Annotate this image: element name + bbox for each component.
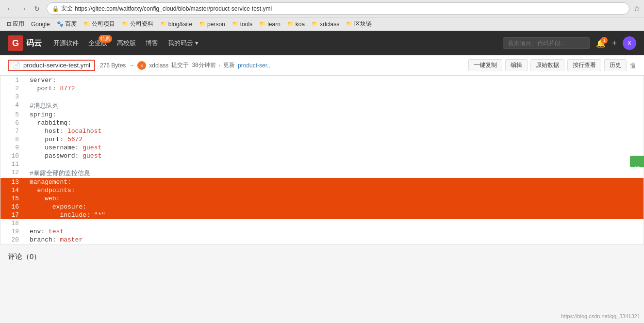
line-number: 19	[0, 227, 25, 236]
feedback-button[interactable]: 反馈	[630, 156, 644, 167]
bookmarks-bar: ⊞ 应用 Google 🐾 百度 📁 公司项目 📁 公司资料 📁 blog&si…	[0, 17, 644, 31]
line-code: port: 5672	[25, 135, 644, 144]
bookmark-company-docs[interactable]: 📁 公司资料	[119, 19, 156, 29]
bookmark-koa-label: koa	[296, 21, 305, 28]
line-number: 10	[0, 152, 25, 160]
folder-icon: 📁	[122, 21, 129, 27]
folder-icon: 📁	[259, 21, 266, 27]
code-viewer: 1server:2 port: 877234#消息队列5spring:6 rab…	[0, 76, 644, 244]
table-row: 17 include: "*"	[0, 211, 644, 219]
raw-button[interactable]: 原始数据	[530, 59, 564, 71]
reload-button[interactable]: ↻	[31, 3, 43, 15]
table-row: 14 endpoints:	[0, 186, 644, 194]
line-number: 5	[0, 111, 25, 119]
folder-icon: 📁	[287, 21, 294, 27]
bookmark-blog-site[interactable]: 📁 blog&site	[157, 20, 195, 29]
line-number: 6	[0, 119, 25, 127]
secure-label: 安全	[61, 4, 73, 13]
chevron-down-icon: ▾	[195, 39, 198, 47]
table-row: 2 port: 8772	[0, 84, 644, 93]
blame-button[interactable]: 按行查看	[567, 59, 601, 71]
bookmark-xdclass[interactable]: 📁 xdclass	[309, 20, 342, 29]
enterprise-badge: 特惠	[99, 35, 112, 43]
forward-button[interactable]: →	[17, 3, 29, 15]
notification-badge: 1	[601, 37, 608, 44]
line-code: rabbitmq:	[25, 119, 644, 127]
nav-university[interactable]: 高校版	[117, 39, 136, 48]
bookmark-koa[interactable]: 📁 koa	[284, 20, 308, 29]
nav-blog[interactable]: 博客	[146, 39, 158, 48]
bookmark-company-proj-label: 公司项目	[92, 20, 115, 28]
nav-open-source[interactable]: 开源软件	[53, 39, 79, 48]
bookmark-person[interactable]: 📁 person	[196, 20, 228, 29]
line-code	[25, 93, 644, 101]
line-code: web:	[25, 194, 644, 203]
folder-icon: 📁	[83, 21, 90, 27]
table-row: 7 host: localhost	[0, 127, 644, 135]
secure-icon: 🔒	[52, 5, 59, 12]
line-number: 20	[0, 236, 25, 244]
bookmark-star-icon[interactable]: ☆	[633, 4, 640, 13]
line-number: 9	[0, 144, 25, 152]
nav-my-gitee[interactable]: 我的码云 ▾	[168, 39, 198, 48]
table-row: 12#暴露全部的监控信息	[0, 168, 644, 178]
line-code: host: localhost	[25, 127, 644, 135]
committer-name[interactable]: xdclass	[149, 62, 168, 69]
file-doc-icon: 📄	[13, 62, 20, 69]
back-button[interactable]: ←	[4, 3, 16, 15]
table-row: 20branch: master	[0, 236, 644, 244]
copy-button[interactable]: 一键复制	[468, 59, 502, 71]
line-code: branch: master	[25, 236, 644, 244]
logo[interactable]: G 码云	[8, 35, 42, 51]
search-input[interactable]	[503, 37, 590, 49]
line-number: 17	[0, 211, 25, 219]
folder-icon: 📁	[346, 21, 353, 27]
file-actions: 一键复制 编辑 原始数据 按行查看 历史 🗑	[468, 59, 636, 71]
bookmark-tools[interactable]: 📁 tools	[229, 20, 255, 29]
history-button[interactable]: 历史	[604, 59, 627, 71]
folder-icon: 📁	[232, 21, 239, 27]
commit-message[interactable]: product-ser...	[238, 62, 272, 69]
bookmark-learn[interactable]: 📁 learn	[256, 20, 283, 29]
table-row: 18	[0, 219, 644, 227]
url-bar[interactable]: 🔒 安全 https://gitee.com/waitforxy/config_…	[47, 2, 629, 15]
line-number: 8	[0, 135, 25, 144]
line-number: 13	[0, 178, 25, 186]
bookmark-xdclass-label: xdclass	[320, 21, 339, 28]
bookmark-person-label: person	[207, 21, 225, 28]
dot-separator: ·	[219, 62, 220, 69]
bookmark-blockchain[interactable]: 📁 区块链	[343, 19, 375, 29]
table-row: 5spring:	[0, 111, 644, 119]
bookmark-blockchain-label: 区块链	[354, 20, 372, 28]
bookmark-company-proj[interactable]: 📁 公司项目	[81, 19, 118, 29]
bookmark-learn-label: learn	[267, 21, 281, 28]
line-number: 14	[0, 186, 25, 194]
line-code: password: guest	[25, 152, 644, 160]
bookmark-google[interactable]: Google	[28, 20, 53, 29]
table-row: 6 rabbitmq:	[0, 119, 644, 127]
folder-icon: 📁	[199, 21, 206, 27]
commit-verb: 提交于	[171, 61, 189, 69]
bookmark-apps[interactable]: ⊞ 应用	[4, 19, 27, 29]
table-row: 13management:	[0, 178, 644, 186]
bookmark-baidu[interactable]: 🐾 百度	[54, 19, 80, 29]
file-name-box: 📄 product-service-test.yml	[8, 60, 95, 71]
create-button[interactable]: +	[611, 38, 617, 48]
line-number: 4	[0, 101, 25, 111]
commit-time: 38分钟前	[192, 61, 215, 69]
table-row: 15 web:	[0, 194, 644, 203]
line-number: 12	[0, 168, 25, 178]
edit-button[interactable]: 编辑	[505, 59, 528, 71]
update-label: 更新	[223, 61, 235, 69]
table-row: 16 exposure:	[0, 203, 644, 211]
folder-icon: 📁	[160, 21, 167, 27]
avatar[interactable]: X	[623, 36, 636, 50]
nav-buttons: ← → ↻	[4, 3, 43, 15]
notification-bell[interactable]: 🔔 1	[596, 39, 606, 48]
bookmark-baidu-label: 百度	[65, 20, 77, 28]
nav-enterprise[interactable]: 企业版 特惠	[88, 39, 107, 48]
code-table: 1server:2 port: 877234#消息队列5spring:6 rab…	[0, 76, 644, 244]
file-bar: 📄 product-service-test.yml 276 Bytes → x…	[0, 55, 644, 76]
bookmark-google-label: Google	[31, 21, 50, 28]
delete-button[interactable]: 🗑	[629, 59, 636, 71]
